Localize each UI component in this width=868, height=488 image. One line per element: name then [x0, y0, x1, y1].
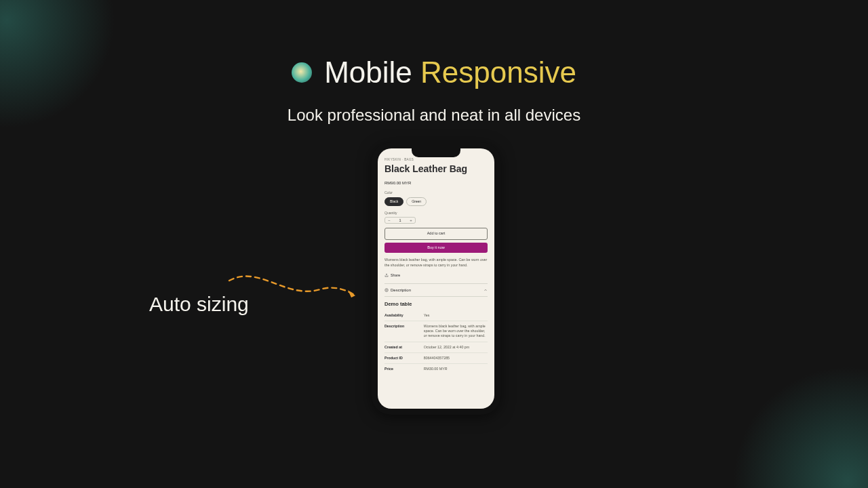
brand-dot-icon [292, 62, 312, 83]
table-row: Created at October 12, 2022 at 4:40 pm [384, 342, 488, 353]
quantity-stepper: − 1 + [384, 217, 416, 224]
title-part-1: Mobile [324, 56, 420, 89]
share-row[interactable]: Share [384, 273, 488, 278]
table-key: Price [384, 367, 424, 371]
product-price: RM90.00 MYR [384, 180, 488, 186]
product-description: Womens black leather bag, with ample spa… [384, 258, 488, 268]
page-subtitle: Look professional and neat in all device… [0, 106, 868, 125]
table-val: October 12, 2022 at 4:40 pm [424, 345, 488, 350]
breadcrumb: HIKYSKIN · BAGS [384, 158, 488, 162]
demo-table: Availability Yes Description Womens blac… [384, 310, 488, 374]
arrow-icon [225, 266, 368, 306]
color-swatch-black[interactable]: Black [384, 197, 403, 206]
color-swatch-green[interactable]: Green [406, 197, 427, 206]
share-icon [384, 273, 389, 277]
table-val: 8064404357285 [424, 356, 488, 361]
quantity-value: 1 [393, 218, 407, 223]
phone-notch [412, 148, 460, 157]
table-row: Description Womens black leather bag, wi… [384, 321, 488, 342]
buy-now-button[interactable]: Buy it now [384, 243, 488, 253]
quantity-label: Quantity [384, 211, 488, 216]
bg-glow-bottom-right [732, 366, 868, 488]
quantity-minus-button[interactable]: − [385, 218, 393, 223]
table-row: Product ID 8064404357285 [384, 353, 488, 364]
share-label: Share [391, 273, 400, 278]
product-title: Black Leather Bag [384, 163, 488, 176]
chevron-up-icon [484, 288, 488, 292]
table-key: Description [384, 324, 424, 338]
table-val: Womens black leather bag, with ample spa… [424, 324, 488, 338]
info-icon [384, 288, 389, 292]
table-val: Yes [424, 313, 488, 318]
demo-table-title: Demo table [384, 301, 488, 308]
table-key: Created at [384, 345, 424, 350]
phone-screen: HIKYSKIN · BAGS Black Leather Bag RM90.0… [378, 148, 494, 409]
quantity-plus-button[interactable]: + [407, 218, 415, 223]
phone-mockup: HIKYSKIN · BAGS Black Leather Bag RM90.0… [372, 142, 500, 415]
table-key: Product ID [384, 356, 424, 361]
header: Mobile Responsive Look professional and … [0, 56, 868, 125]
title-accent: Responsive [420, 56, 576, 89]
table-row: Availability Yes [384, 310, 488, 321]
color-swatches: Black Green [384, 197, 488, 206]
description-accordion[interactable]: Description [384, 283, 488, 297]
color-label: Color [384, 190, 488, 195]
add-to-cart-button[interactable]: Add to cart [384, 228, 488, 239]
table-row: Price RM30.00 MYR [384, 364, 488, 374]
table-key: Availability [384, 313, 424, 318]
table-val: RM30.00 MYR [424, 367, 488, 371]
accordion-label: Description [391, 287, 411, 293]
page-title: Mobile Responsive [324, 56, 576, 89]
